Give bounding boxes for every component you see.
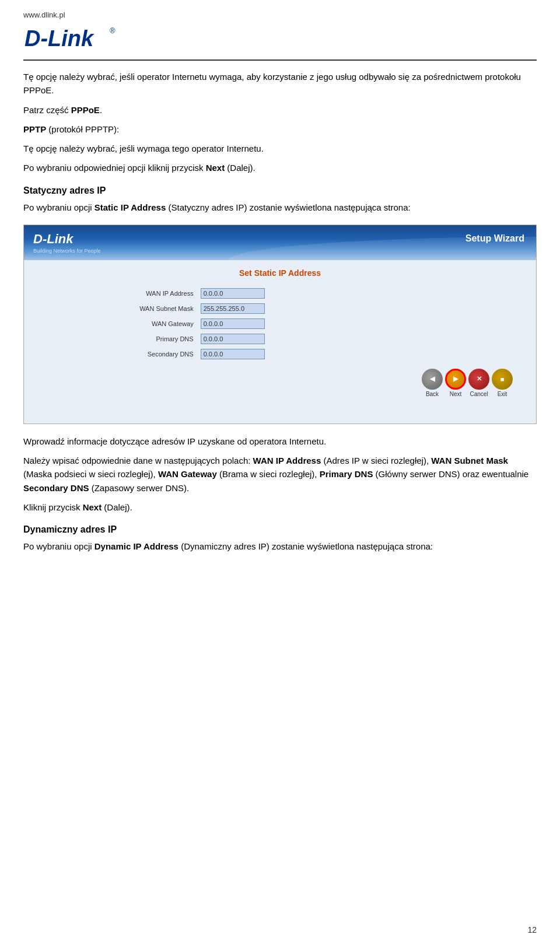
field-wan-gateway-label: WAN Gateway xyxy=(121,316,197,331)
cancel-button[interactable]: ✕ Cancel xyxy=(468,369,489,397)
form-title: Set Static IP Address xyxy=(36,268,524,278)
field-secondary-dns-value: 0.0.0.0 xyxy=(201,349,265,359)
back-button[interactable]: ◀ Back xyxy=(422,369,443,397)
paragraph-1: Tę opcję należy wybrać, jeśli operator I… xyxy=(23,70,537,97)
cancel-label: Cancel xyxy=(470,391,488,397)
exit-icon[interactable]: ■ xyxy=(492,369,513,390)
static-ip-form: WAN IP Address 0.0.0.0 WAN Subnet Mask 2… xyxy=(121,286,439,362)
router-buttons: ◀ Back ▶ Next ✕ Cancel ■ Exit xyxy=(36,362,524,403)
click-next-paragraph: Kliknij przycisk Next (Dalej). xyxy=(23,501,537,514)
svg-text:D-Link: D-Link xyxy=(24,26,94,51)
svg-text:®: ® xyxy=(110,26,116,35)
paragraph-5: Po wybraniu odpowiedniej opcji kliknij p… xyxy=(23,161,537,174)
router-screenshot: D-Link Building Networks for People Setu… xyxy=(23,225,537,424)
field-secondary-dns: Secondary DNS 0.0.0.0 xyxy=(121,346,439,362)
router-content: Set Static IP Address WAN IP Address 0.0… xyxy=(24,260,536,424)
section1-after-text: Wprowadź informacje dotyczące adresów IP… xyxy=(23,435,537,448)
field-wan-mask: WAN Subnet Mask 255.255.255.0 xyxy=(121,301,439,316)
field-wan-ip-value: 0.0.0.0 xyxy=(201,288,265,299)
next-button[interactable]: ▶ Next xyxy=(445,369,466,397)
section1-intro: Po wybraniu opcji Static IP Address (Sta… xyxy=(23,201,537,214)
next-icon[interactable]: ▶ xyxy=(445,369,466,390)
page-number: 12 xyxy=(527,925,537,935)
section1-fields-description: Należy wpisać odpowiednie dane w następu… xyxy=(23,454,537,495)
field-primary-dns-label: Primary DNS xyxy=(121,331,197,346)
router-header-title: Setup Wizard xyxy=(466,233,524,244)
field-wan-gateway: WAN Gateway 0.0.0.0 xyxy=(121,316,439,331)
paragraph-3: PPTP (protokół PPPTP): xyxy=(23,123,537,136)
logo-area: D-Link ® xyxy=(23,22,537,54)
main-divider xyxy=(23,60,537,61)
field-primary-dns-value: 0.0.0.0 xyxy=(201,334,265,344)
field-wan-mask-label: WAN Subnet Mask xyxy=(121,301,197,316)
dlink-logo-svg: D-Link ® xyxy=(23,22,117,54)
field-wan-ip: WAN IP Address 0.0.0.0 xyxy=(121,286,439,301)
cancel-icon[interactable]: ✕ xyxy=(468,369,489,390)
field-wan-gateway-value: 0.0.0.0 xyxy=(201,318,265,329)
router-ui: D-Link Building Networks for People Setu… xyxy=(24,225,536,424)
field-wan-mask-value: 255.255.255.0 xyxy=(201,303,265,314)
router-header: D-Link Building Networks for People Setu… xyxy=(24,225,536,260)
router-logo: D-Link xyxy=(33,232,101,247)
exit-button[interactable]: ■ Exit xyxy=(492,369,513,397)
router-tagline: Building Networks for People xyxy=(33,248,101,254)
back-label: Back xyxy=(426,391,439,397)
back-icon[interactable]: ◀ xyxy=(422,369,443,390)
paragraph-2: Patrz część PPPoE. xyxy=(23,103,537,117)
field-wan-ip-label: WAN IP Address xyxy=(121,286,197,301)
section2-intro: Po wybraniu opcji Dynamic IP Address (Dy… xyxy=(23,540,537,553)
exit-label: Exit xyxy=(498,391,508,397)
website-label: www.dlink.pl xyxy=(23,10,537,19)
next-label: Next xyxy=(450,391,462,397)
field-secondary-dns-label: Secondary DNS xyxy=(121,346,197,362)
paragraph-4: Tę opcję należy wybrać, jeśli wymaga teg… xyxy=(23,142,537,155)
field-primary-dns: Primary DNS 0.0.0.0 xyxy=(121,331,439,346)
section2-heading: Dynamiczny adres IP xyxy=(23,524,537,535)
section1-heading: Statyczny adres IP xyxy=(23,186,537,196)
